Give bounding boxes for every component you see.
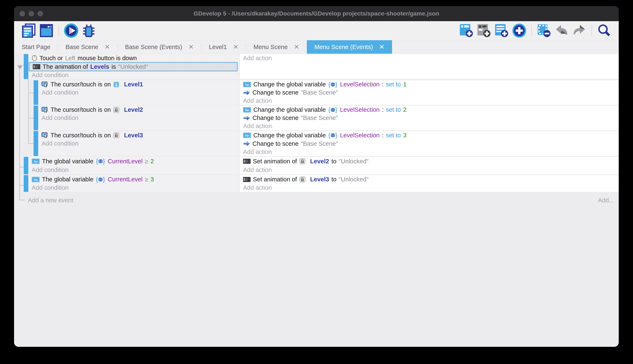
tab-bar: Start PageBase Scene✕Base Scene (Events)… <box>14 40 619 54</box>
event-handle-bar[interactable] <box>24 175 28 192</box>
global-var-icon: {} <box>328 81 338 88</box>
add-action-link[interactable]: Add action <box>240 184 619 192</box>
add-condition-link[interactable]: Add condition <box>38 114 239 122</box>
condition-row[interactable]: The cursor/touch is on 1 Level1 <box>38 80 239 88</box>
tab-start-page[interactable]: Start Page <box>14 40 58 54</box>
action-row[interactable]: VarChange the global variable {}LevelSel… <box>240 131 619 140</box>
close-button[interactable] <box>20 11 25 16</box>
event-handle-bar[interactable] <box>34 106 38 130</box>
action-row[interactable]: VarChange the global variable {}LevelSel… <box>240 106 619 114</box>
add-action-link[interactable]: Add action <box>240 148 619 156</box>
titlebar[interactable]: GDevelop 5 - /Users/dkarakay/Documents/G… <box>14 6 619 21</box>
add-comment-button[interactable] <box>494 24 509 38</box>
text-segment: Change to scene <box>252 114 298 122</box>
preview-button[interactable] <box>64 24 78 38</box>
add-comment-icon <box>495 24 509 38</box>
svg-text:Var: Var <box>34 160 38 163</box>
actions-column: VarChange the global variable {}LevelSel… <box>239 80 619 105</box>
text-segment: 3 <box>150 176 154 183</box>
tab-level1[interactable]: Level1✕ <box>201 40 246 54</box>
condition-row[interactable]: The cursor/touch is on Level3 <box>38 131 239 140</box>
tab-base-scene-events-[interactable]: Base Scene (Events)✕ <box>118 40 201 54</box>
add-action-link[interactable]: Add action <box>240 54 619 62</box>
global-var-icon: {} <box>328 106 338 113</box>
add-condition-link[interactable]: Add condition <box>28 184 239 192</box>
add-subevent-button[interactable] <box>477 24 491 38</box>
add-action-link-label: Add action <box>243 166 272 174</box>
event-handle-bar[interactable] <box>24 54 28 79</box>
action-row[interactable]: VarChange the global variable {}LevelSel… <box>240 80 619 88</box>
event-handle-bar[interactable] <box>34 80 38 105</box>
conditions-column: VarThe global variable {}CurrentLevel ≥ … <box>28 175 239 192</box>
add-new-event-link[interactable]: Add a new event <box>28 197 73 204</box>
search-button[interactable] <box>597 24 611 38</box>
text-segment: The cursor/touch is on <box>51 81 111 88</box>
text-segment: to <box>332 158 337 165</box>
toolbar-right-group <box>459 24 611 38</box>
tab-close-icon[interactable]: ✕ <box>294 44 299 50</box>
delete-event-button[interactable] <box>537 24 551 38</box>
debug-button[interactable] <box>82 24 96 38</box>
action-row[interactable]: Set animation of Level2 to "Unlocked" <box>240 157 619 166</box>
event-handle-bar[interactable] <box>34 131 38 156</box>
project-manager-button[interactable] <box>22 24 36 38</box>
zoom-button[interactable] <box>38 11 43 16</box>
add-action-link[interactable]: Add action <box>240 97 619 105</box>
var-icon: Var <box>243 132 251 138</box>
search-icon <box>597 24 611 38</box>
tab-close-icon[interactable]: ✕ <box>233 44 238 50</box>
tab-label: Base Scene <box>66 44 98 50</box>
condition-row[interactable]: The cursor/touch is on Level2 <box>38 106 239 114</box>
add-action-link[interactable]: Add action <box>240 166 619 174</box>
text-segment: "Unlocked" <box>118 63 148 70</box>
add-condition-link[interactable]: Add condition <box>28 71 239 79</box>
add-new-button[interactable] <box>512 24 526 38</box>
action-row[interactable]: Set animation of Level3 to "Unlocked" <box>240 175 619 184</box>
tab-close-icon[interactable]: ✕ <box>379 44 385 50</box>
tab-menu-scene-events-[interactable]: Menu Scene (Events)✕ <box>307 40 392 54</box>
text-segment: "Base Scene" <box>301 140 338 147</box>
add-event-button[interactable] <box>459 24 473 38</box>
action-row[interactable]: Change to scene "Base Scene" <box>240 88 619 97</box>
svg-text:Var: Var <box>245 134 249 137</box>
scene-editor-button[interactable] <box>39 24 54 38</box>
svg-text:1: 1 <box>115 82 118 87</box>
undo-button[interactable] <box>554 24 569 38</box>
condition-row[interactable]: VarThe global variable {}CurrentLevel ≥ … <box>28 157 239 166</box>
add-condition-link-label: Add condition <box>42 114 79 122</box>
collapse-triangle-icon[interactable] <box>18 66 23 69</box>
conditions-column: The cursor/touch is on Level3Add conditi… <box>38 131 239 156</box>
film-strip-icon <box>243 159 251 164</box>
condition-row[interactable]: The animation of Levels is "Unlocked" <box>29 62 238 71</box>
add-condition-link[interactable]: Add condition <box>38 88 239 97</box>
tree-line <box>19 66 20 200</box>
event-handle-bar[interactable] <box>24 157 28 174</box>
tree-line <box>28 79 29 144</box>
text-segment: CurrentLevel <box>108 176 143 183</box>
add-condition-link[interactable]: Add condition <box>38 140 239 148</box>
minimize-button[interactable] <box>29 11 34 16</box>
redo-button[interactable] <box>572 24 586 38</box>
condition-row[interactable]: Touch or Left mouse button is down <box>28 54 239 62</box>
text-segment: Change the global variable <box>253 106 326 113</box>
text-segment: Change the global variable <box>253 132 326 139</box>
tab-close-icon[interactable]: ✕ <box>188 44 194 50</box>
toolbar-left-group <box>22 24 96 38</box>
add-action-link-label: Add action <box>243 123 272 130</box>
add-more-link[interactable]: Add... <box>598 197 614 204</box>
tab-menu-scene[interactable]: Menu Scene✕ <box>246 40 307 54</box>
text-segment: "Unlocked" <box>339 158 369 165</box>
add-action-link[interactable]: Add action <box>240 122 619 130</box>
text-segment: Level3 <box>310 176 329 183</box>
conditions-column: Touch or Left mouse button is downThe an… <box>28 54 239 79</box>
action-row[interactable]: Change to scene "Base Scene" <box>240 114 619 122</box>
tab-base-scene[interactable]: Base Scene✕ <box>58 40 118 54</box>
svg-text:}: } <box>335 106 337 113</box>
add-condition-link[interactable]: Add condition <box>28 166 239 174</box>
condition-row[interactable]: VarThe global variable {}CurrentLevel ≥ … <box>28 175 239 184</box>
text-segment: Set animation of <box>253 176 297 183</box>
text-segment: set to <box>386 81 401 88</box>
tab-close-icon[interactable]: ✕ <box>105 44 110 50</box>
actions-column: VarChange the global variable {}LevelSel… <box>239 106 619 130</box>
action-row[interactable]: Change to scene "Base Scene" <box>240 140 619 148</box>
